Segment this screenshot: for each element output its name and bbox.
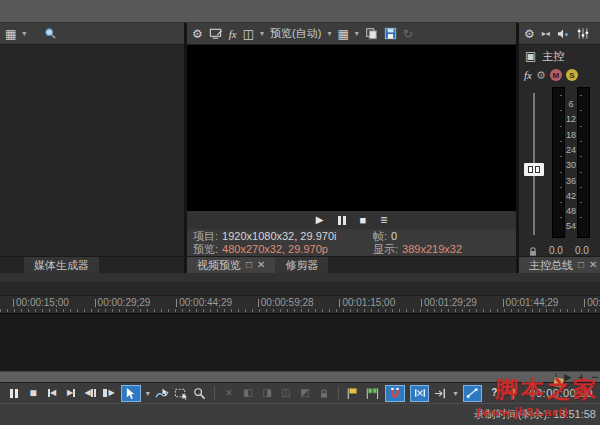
timeline-marker-bar[interactable] — [0, 273, 600, 296]
trim-start-icon[interactable]: ◧ — [241, 385, 255, 401]
display-size-value: 389x219x32 — [402, 243, 462, 256]
ruler-timecode-label: 00:00:59;28 — [258, 297, 314, 308]
marker-flag-icon — [346, 387, 359, 400]
selection-edit-tool-button[interactable] — [174, 385, 188, 401]
timeline-ruler[interactable]: 00:00:15;0000:00:29;2900:00:44;2900:00:5… — [0, 296, 600, 313]
scroll-right-icon[interactable]: ▶ — [564, 373, 571, 382]
lock-event-button[interactable] — [317, 385, 331, 401]
auto-ripple-mode-button[interactable] — [434, 385, 448, 401]
preview-pause-button[interactable] — [338, 216, 346, 225]
auto-ripple-icon — [414, 387, 426, 399]
preview-play-button[interactable]: ▶ — [316, 215, 324, 225]
db-ticks-right — [580, 95, 582, 221]
copy-snapshot-icon[interactable] — [365, 27, 378, 40]
downmix-icon[interactable]: ▸◂ — [542, 30, 550, 38]
preview-format-label: 预览: — [193, 243, 218, 256]
ripple-insert-icon — [434, 387, 448, 400]
cursor-icon — [125, 387, 136, 400]
external-monitor-icon[interactable] — [209, 27, 223, 40]
ruler-timecode-label: 00:00:29;29 — [95, 297, 151, 308]
preview-menu-button[interactable]: ≡ — [380, 214, 387, 226]
tab-float-icon[interactable]: □ — [578, 260, 584, 270]
zoom-in-button[interactable]: + — [578, 372, 584, 383]
loop-playback-icon[interactable]: ↻ — [403, 28, 413, 40]
preview-format-value: 480x270x32, 29.970p — [222, 243, 328, 256]
bus-square-icon[interactable]: ▣ — [525, 50, 536, 62]
mute-button[interactable]: M — [550, 69, 562, 81]
ruler-timecode-label: 00:01:15;00 — [339, 297, 395, 308]
selection-tool-icon — [174, 387, 188, 400]
go-to-start-button[interactable]: ◀ — [45, 385, 59, 401]
mixer-toolbar: ⚙ ▸◂ — [519, 23, 600, 45]
tab-close-icon[interactable]: ✕ — [257, 260, 265, 270]
chevron-down-icon[interactable]: ▾ — [22, 30, 26, 38]
db-scale-label: 30 — [563, 160, 579, 170]
mixer-settings-gear-icon[interactable]: ⚙ — [524, 28, 535, 40]
split-screen-view-icon[interactable]: ◫ — [243, 28, 254, 40]
ruler-timecode-label: 00:01:29;29 — [421, 297, 477, 308]
lock-icon — [319, 388, 329, 399]
go-to-end-button[interactable]: ▶ — [64, 385, 78, 401]
delete-button[interactable]: × — [222, 385, 236, 401]
view-grid-icon[interactable]: ▦ — [5, 28, 16, 40]
lock-envelopes-button[interactable] — [463, 385, 483, 402]
preview-quality-chevron-icon[interactable]: ▾ — [327, 30, 331, 38]
solo-button[interactable]: S — [566, 69, 578, 81]
top-toolbar — [0, 0, 600, 23]
preview-quality-label[interactable]: 预览(自动) — [270, 26, 321, 41]
tab-close-icon[interactable]: ✕ — [589, 260, 597, 270]
dim-output-speaker-icon[interactable] — [557, 28, 570, 40]
preview-panel-tabs: 视频预览 □ ✕ 修剪器 — [187, 256, 516, 273]
zoom-edit-tool-button[interactable] — [193, 385, 207, 401]
normal-edit-tool-button[interactable] — [121, 385, 141, 402]
mixer-panel-tabs: 主控总线 □ ✕ — [519, 256, 600, 273]
bus-fx-bypass-gear-icon[interactable]: ⚙ — [536, 70, 546, 81]
enable-snapping-button[interactable] — [385, 385, 405, 402]
envelope-edit-tool-button[interactable] — [155, 385, 169, 401]
stop-button[interactable]: ■ — [26, 385, 40, 401]
media-generators-body[interactable] — [0, 45, 184, 256]
ruler-timecode-label: 00:00:44;29 — [176, 297, 232, 308]
zoom-out-button[interactable]: − — [592, 372, 598, 383]
insert-region-button[interactable] — [365, 385, 380, 401]
insert-marker-button[interactable] — [346, 385, 360, 401]
db-ticks-left — [560, 95, 562, 221]
tab-master-bus[interactable]: 主控总线 □ ✕ — [519, 257, 600, 273]
auto-ripple-button[interactable] — [410, 385, 430, 402]
meter-value-left: 0.0 — [549, 245, 563, 256]
db-scale-label: 18 — [563, 130, 579, 140]
pin-button[interactable] — [506, 385, 520, 401]
video-output-fx-icon[interactable]: fx — [229, 28, 237, 40]
ruler-timecode-label: 00:0 — [584, 297, 600, 308]
preview-settings-gear-icon[interactable]: ⚙ — [192, 28, 203, 40]
slip-trim-icon[interactable]: ◩ — [298, 385, 312, 401]
tab-float-icon[interactable]: □ — [246, 260, 252, 270]
db-scale: 61218243036424854 — [563, 85, 579, 245]
trim-end-icon[interactable]: ◨ — [260, 385, 274, 401]
pause-button[interactable] — [7, 385, 21, 401]
split-event-icon[interactable]: ◫ — [279, 385, 293, 401]
video-preview-screen[interactable] — [187, 45, 516, 211]
bus-fx-icon[interactable]: fx — [524, 69, 532, 81]
search-icon[interactable] — [44, 27, 57, 40]
ripple-mode-chevron-icon[interactable]: ▾ — [453, 389, 457, 398]
cursor-timecode-display[interactable]: 00:00:00;00 — [529, 387, 593, 399]
timeline-scrollbar[interactable]: ▶ + − — [0, 371, 600, 382]
next-frame-button[interactable]: ▶ — [102, 385, 116, 401]
overlays-grid-icon[interactable]: ▦ — [337, 28, 348, 40]
timeline-tracks[interactable] — [0, 313, 600, 371]
tab-media-generators-label: 媒体生成器 — [34, 258, 89, 273]
split-screen-chevron-icon[interactable]: ▾ — [260, 30, 264, 38]
tab-trimmer-label: 修剪器 — [285, 258, 318, 273]
previous-frame-button[interactable]: ◀ — [83, 385, 97, 401]
context-help-button[interactable]: ? — [487, 385, 501, 401]
overlays-chevron-icon[interactable]: ▾ — [355, 30, 359, 38]
tab-video-preview[interactable]: 视频预览 □ ✕ — [187, 257, 275, 273]
save-snapshot-icon[interactable] — [384, 27, 397, 40]
tab-trimmer[interactable]: 修剪器 — [275, 257, 328, 273]
preview-stop-button[interactable]: ■ — [360, 215, 367, 226]
volume-fader-handle[interactable] — [524, 163, 544, 176]
tab-media-generators[interactable]: 媒体生成器 — [24, 257, 99, 273]
edit-tool-chevron-icon[interactable]: ▾ — [146, 389, 150, 398]
mixer-sliders-icon[interactable] — [577, 27, 589, 40]
